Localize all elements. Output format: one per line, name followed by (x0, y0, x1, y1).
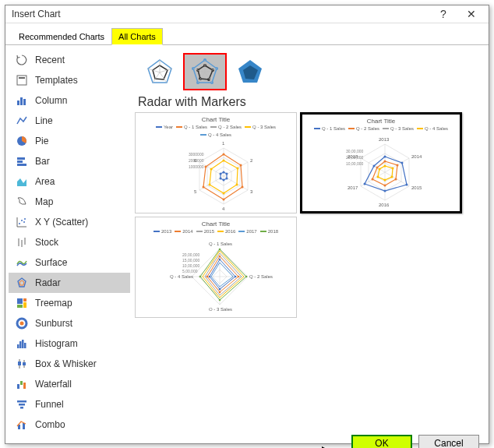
svg-marker-140 (378, 166, 393, 180)
sidebar-item-funnel[interactable]: Funnel (9, 394, 130, 414)
sidebar-item-surface[interactable]: Surface (9, 252, 130, 273)
svg-point-172 (209, 276, 211, 278)
help-button[interactable]: ? (429, 5, 457, 23)
preview-chart: 20,00,000 15,00,000 10,00,000 5,00,000 Q… (139, 235, 293, 316)
sidebar-item-label: Recent (35, 55, 65, 65)
subtype-radar[interactable] (138, 53, 182, 90)
cancel-button[interactable]: Cancel (418, 435, 479, 449)
svg-point-100 (205, 166, 207, 168)
svg-rect-2 (17, 101, 19, 105)
waterfall-icon (15, 377, 29, 391)
combo-icon (15, 418, 29, 432)
box-whisker-icon (15, 357, 29, 371)
svg-rect-8 (17, 164, 26, 166)
preview-1[interactable]: Chart Title Year Q - 1 Sales Q - 2 Sales… (135, 112, 297, 213)
svg-point-105 (223, 192, 225, 195)
sidebar-item-label: Surface (35, 257, 67, 268)
sidebar-item-column[interactable]: Column (9, 90, 130, 111)
preview-3[interactable]: Chart Title 2013 2014 2015 2016 2017 201… (135, 217, 297, 318)
sidebar-item-label: Line (35, 115, 53, 126)
svg-point-96 (240, 164, 242, 167)
svg-point-170 (235, 276, 237, 278)
tab-recommended-charts[interactable]: Recommended Charts (12, 28, 111, 45)
svg-point-127 (384, 156, 386, 158)
svg-text:20,00,000: 20,00,000 (182, 252, 199, 257)
svg-text:2: 2 (250, 158, 253, 163)
svg-point-177 (219, 249, 221, 251)
sidebar-item-recent[interactable]: Recent (9, 50, 130, 70)
sidebar-item-treemap[interactable]: Treemap (9, 293, 130, 313)
close-button[interactable]: ✕ (457, 5, 485, 23)
svg-point-92 (220, 178, 222, 180)
sidebar-item-bar[interactable]: Bar (9, 151, 130, 171)
svg-rect-6 (17, 157, 25, 160)
svg-text:10,00,000: 10,00,000 (346, 161, 363, 166)
ok-button[interactable]: OK (351, 435, 412, 449)
svg-rect-42 (23, 423, 25, 429)
templates-icon (15, 73, 29, 87)
sidebar-item-area[interactable]: Area (9, 171, 130, 192)
preview-legend: 2013 2014 2015 2016 2017 2018 (153, 229, 278, 234)
svg-point-176 (206, 276, 209, 278)
svg-rect-39 (19, 404, 25, 406)
svg-rect-23 (23, 302, 26, 308)
svg-rect-3 (20, 97, 23, 105)
sidebar-item-combo[interactable]: Combo (9, 414, 130, 435)
sidebar-item-line[interactable]: Line (9, 111, 130, 131)
sidebar-item-box-whisker[interactable]: Box & Whisker (9, 354, 130, 374)
svg-point-128 (401, 162, 404, 164)
sidebar-item-label: Area (35, 176, 55, 187)
svg-point-174 (238, 276, 240, 278)
svg-point-26 (20, 321, 24, 325)
preview-chart: 3000000 2000000 1000000 1 2 3 4 5 6 (139, 139, 293, 211)
sidebar-item-pie[interactable]: Pie (9, 131, 130, 151)
svg-point-134 (384, 161, 386, 163)
treemap-icon (15, 296, 29, 310)
dialog-title: Insert Chart (12, 9, 429, 19)
preview-title: Chart Title (202, 220, 230, 228)
sidebar-item-templates[interactable]: Templates (9, 70, 130, 90)
svg-point-139 (376, 167, 379, 169)
subtype-filled-radar[interactable] (228, 53, 272, 90)
svg-point-130 (384, 190, 386, 192)
funnel-icon (15, 397, 29, 411)
svg-rect-7 (17, 161, 23, 163)
sidebar-item-scatter[interactable]: X Y (Scatter) (9, 212, 130, 232)
svg-rect-35 (17, 384, 19, 389)
svg-rect-37 (23, 383, 26, 389)
svg-point-141 (384, 165, 386, 168)
sidebar-item-label: Map (35, 196, 53, 207)
sidebar-item-map[interactable]: Map (9, 192, 130, 212)
sidebar-item-sunburst[interactable]: Sunburst (9, 313, 130, 333)
pie-icon (15, 134, 29, 148)
sidebar-item-waterfall[interactable]: Waterfall (9, 374, 130, 394)
sidebar-item-stock[interactable]: Stock (9, 232, 130, 252)
preview-2[interactable]: Chart Title Q - 1 Sales Q - 2 Sales Q - … (300, 112, 462, 213)
sidebar-item-label: Column (35, 95, 67, 106)
svg-text:15,00,000: 15,00,000 (182, 258, 199, 263)
svg-text:30,00,000: 30,00,000 (346, 149, 363, 153)
svg-rect-40 (20, 407, 23, 409)
svg-point-103 (237, 168, 239, 170)
sidebar-item-label: Histogram (35, 338, 78, 349)
subtype-title: Radar with Markers (138, 95, 481, 109)
svg-point-97 (242, 186, 244, 189)
svg-point-12 (19, 223, 20, 224)
svg-text:10,00,000: 10,00,000 (182, 263, 199, 268)
tab-all-charts[interactable]: All Charts (111, 28, 163, 45)
svg-point-171 (219, 288, 221, 291)
svg-text:Q - 1 Sales: Q - 1 Sales (209, 242, 232, 246)
sidebar-item-radar[interactable]: Radar (9, 273, 130, 293)
titlebar: Insert Chart ? ✕ (5, 5, 489, 23)
sidebar-item-label: Combo (35, 419, 65, 430)
svg-text:Q - 2 Sales: Q - 2 Sales (249, 274, 273, 279)
tabs: Recommended Charts All Charts (5, 23, 489, 45)
surface-icon (15, 256, 29, 270)
subtype-radar-markers[interactable] (183, 53, 227, 90)
sidebar-item-histogram[interactable]: Histogram (9, 333, 130, 354)
sidebar-item-label: Bar (35, 156, 50, 167)
svg-point-91 (223, 179, 225, 182)
svg-point-88 (223, 171, 225, 174)
chart-previews: Chart Title Year Q - 1 Sales Q - 2 Sales… (135, 112, 481, 318)
svg-point-89 (226, 173, 228, 175)
